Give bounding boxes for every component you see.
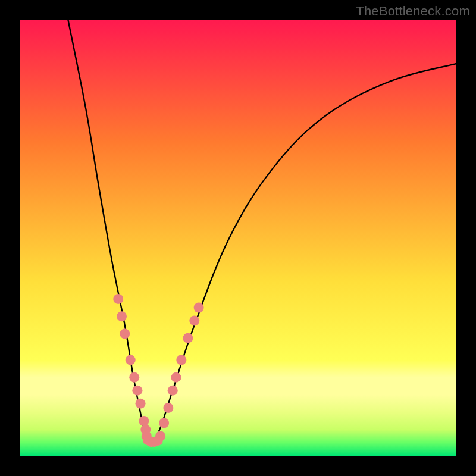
data-marker bbox=[132, 386, 142, 396]
data-marker bbox=[139, 416, 149, 426]
chart-frame: TheBottleneck.com bbox=[0, 0, 476, 476]
data-marker bbox=[129, 372, 139, 383]
data-marker bbox=[117, 311, 127, 321]
plot-area bbox=[20, 20, 456, 456]
watermark-text: TheBottleneck.com bbox=[356, 4, 470, 19]
data-marker bbox=[194, 303, 204, 313]
data-marker bbox=[183, 333, 193, 343]
data-marker bbox=[126, 355, 136, 365]
data-marker bbox=[159, 418, 169, 428]
data-marker bbox=[136, 399, 146, 409]
data-marker bbox=[113, 294, 123, 304]
data-marker bbox=[189, 316, 199, 326]
data-marker bbox=[155, 431, 165, 441]
data-marker bbox=[176, 355, 186, 365]
data-marker bbox=[171, 372, 181, 383]
data-marker bbox=[168, 386, 178, 396]
curves-layer bbox=[20, 20, 456, 456]
data-marker bbox=[163, 403, 173, 413]
right-curve bbox=[151, 64, 456, 443]
data-marker bbox=[120, 329, 130, 339]
